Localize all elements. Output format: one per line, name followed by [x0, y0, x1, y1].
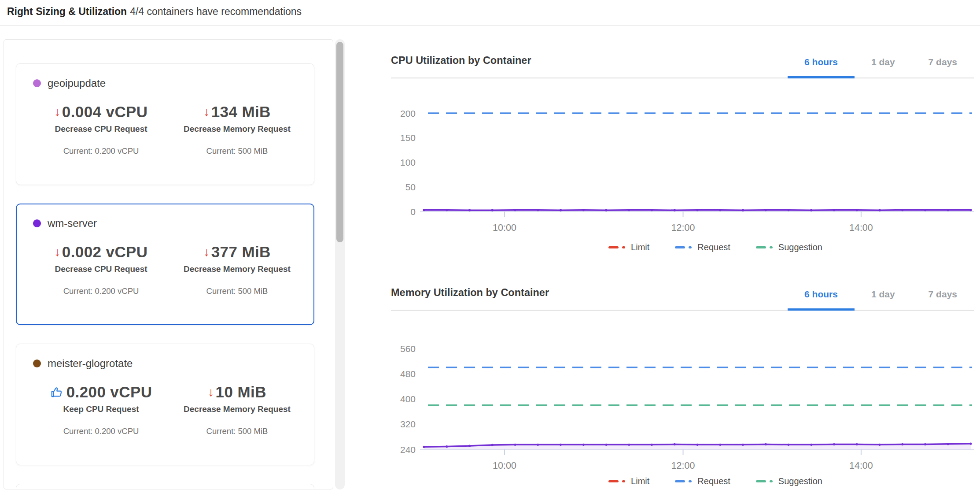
- legend-swatch: [675, 480, 692, 482]
- container-name: wm-server: [48, 217, 97, 230]
- recommendation-metrics: 0.200 vCPU Keep CPU Request Current: 0.2…: [33, 383, 305, 436]
- memory-chart-section: Memory Utilization by Container 6 hours1…: [391, 287, 974, 486]
- cpu-time-range-tabs: 6 hours1 day7 days: [788, 57, 974, 78]
- container-color-dot: [33, 359, 41, 367]
- legend-label: Limit: [631, 476, 649, 486]
- cpu-chart-canvas: 20015010050010:0012:0014:00: [391, 83, 974, 237]
- current-value: Current: 0.200 vCPU: [63, 146, 139, 156]
- container-color-dot: [33, 219, 41, 227]
- page-subtitle: 4/4 containers have recommendations: [130, 6, 302, 17]
- container-card-header: geoipupdate: [33, 77, 305, 89]
- legend-label: Request: [697, 476, 730, 486]
- svg-text:150: 150: [400, 133, 416, 143]
- recommendation-value-row: ↓ 10 MiB: [208, 383, 266, 401]
- legend-swatch: [608, 246, 625, 248]
- recommendation-value: 134 MiB: [211, 103, 271, 121]
- legend-item-suggestion[interactable]: Suggestion: [756, 242, 822, 252]
- tab-1-day[interactable]: 1 day: [855, 57, 912, 78]
- svg-text:560: 560: [400, 344, 416, 354]
- svg-text:10:00: 10:00: [493, 460, 516, 471]
- container-card-partial[interactable]: [16, 484, 314, 489]
- container-card-meister-glogrotate[interactable]: meister-glogrotate 0.200 vCPU Keep CPU R…: [16, 344, 314, 465]
- svg-text:480: 480: [400, 369, 416, 379]
- recommendation-value: 0.200 vCPU: [66, 383, 152, 401]
- container-card-wm-server[interactable]: wm-server ↓ 0.002 vCPU Decrease CPU Requ…: [16, 204, 314, 325]
- recommendation-value-row: ↓ 134 MiB: [203, 103, 270, 121]
- legend-item-request[interactable]: Request: [675, 242, 730, 252]
- svg-text:10:00: 10:00: [493, 222, 516, 233]
- memory-chart-legend: LimitRequestSuggestion: [391, 476, 974, 486]
- svg-text:14:00: 14:00: [849, 222, 873, 233]
- recommendation-label: Keep CPU Request: [63, 404, 139, 414]
- container-list-panel: geoipupdate ↓ 0.004 vCPU Decrease CPU Re…: [4, 39, 333, 489]
- recommendation-label: Decrease CPU Request: [55, 264, 147, 274]
- decrease-arrow-icon: ↓: [203, 106, 210, 118]
- recommendation-value: 0.002 vCPU: [62, 243, 148, 261]
- current-value: Current: 0.200 vCPU: [63, 286, 139, 296]
- svg-text:320: 320: [400, 419, 416, 429]
- memory-recommendation: ↓ 134 MiB Decrease Memory Request Curren…: [169, 103, 305, 156]
- svg-text:0: 0: [410, 207, 416, 217]
- container-color-dot: [33, 79, 41, 87]
- memory-time-range-tabs: 6 hours1 day7 days: [788, 289, 974, 310]
- recommendation-label: Decrease Memory Request: [184, 264, 291, 274]
- memory-recommendation: ↓ 10 MiB Decrease Memory Request Current…: [169, 383, 305, 436]
- thumbs-up-icon: [50, 385, 63, 399]
- container-card-header: wm-server: [33, 217, 305, 230]
- memory-chart-canvas: 56048040032024010:0012:0014:00: [391, 312, 974, 471]
- svg-text:12:00: 12:00: [671, 460, 695, 471]
- memory-recommendation: ↓ 377 MiB Decrease Memory Request Curren…: [169, 243, 305, 296]
- recommendation-label: Decrease CPU Request: [55, 124, 147, 134]
- container-name: geoipupdate: [48, 77, 106, 89]
- legend-label: Suggestion: [778, 476, 822, 486]
- legend-item-suggestion[interactable]: Suggestion: [756, 476, 822, 486]
- legend-swatch: [756, 246, 773, 248]
- recommendation-value-row: 0.200 vCPU: [50, 383, 152, 401]
- container-list-area: geoipupdate ↓ 0.004 vCPU Decrease CPU Re…: [0, 39, 348, 489]
- recommendation-metrics: ↓ 0.004 vCPU Decrease CPU Request Curren…: [33, 103, 305, 156]
- tab-6-hours[interactable]: 6 hours: [788, 57, 855, 78]
- recommendation-value-row: ↓ 377 MiB: [203, 243, 270, 261]
- legend-item-limit[interactable]: Limit: [608, 242, 649, 252]
- tab-1-day[interactable]: 1 day: [855, 289, 912, 310]
- recommendation-value-row: ↓ 0.002 vCPU: [54, 243, 147, 261]
- cpu-chart-header: CPU Utilization by Container 6 hours1 da…: [391, 55, 974, 78]
- svg-text:240: 240: [400, 445, 416, 455]
- recommendation-metrics: ↓ 0.002 vCPU Decrease CPU Request Curren…: [33, 243, 305, 296]
- tab-6-hours[interactable]: 6 hours: [788, 289, 855, 310]
- tab-7-days[interactable]: 7 days: [912, 57, 974, 78]
- memory-chart-header: Memory Utilization by Container 6 hours1…: [391, 287, 974, 311]
- container-card-list: geoipupdate ↓ 0.004 vCPU Decrease CPU Re…: [16, 63, 333, 465]
- legend-label: Request: [697, 242, 730, 252]
- list-scrollbar-thumb[interactable]: [336, 42, 343, 242]
- recommendation-value: 10 MiB: [216, 383, 266, 401]
- recommendation-value: 0.004 vCPU: [62, 103, 148, 121]
- content: geoipupdate ↓ 0.004 vCPU Decrease CPU Re…: [0, 26, 980, 489]
- page-header: Right Sizing & Utilization4/4 containers…: [0, 0, 980, 26]
- current-value: Current: 500 MiB: [206, 426, 268, 436]
- tab-7-days[interactable]: 7 days: [912, 289, 974, 310]
- list-scrollbar-track[interactable]: [335, 39, 345, 489]
- decrease-arrow-icon: ↓: [54, 106, 60, 118]
- svg-text:50: 50: [405, 182, 416, 192]
- container-name: meister-glogrotate: [48, 357, 133, 370]
- legend-swatch: [608, 480, 625, 482]
- current-value: Current: 0.200 vCPU: [63, 426, 139, 436]
- current-value: Current: 500 MiB: [206, 286, 268, 296]
- cpu-chart-section: CPU Utilization by Container 6 hours1 da…: [391, 55, 974, 252]
- cpu-chart-title: CPU Utilization by Container: [391, 55, 531, 78]
- cpu-recommendation: ↓ 0.002 vCPU Decrease CPU Request Curren…: [33, 243, 169, 296]
- decrease-arrow-icon: ↓: [208, 386, 214, 398]
- legend-item-limit[interactable]: Limit: [608, 476, 649, 486]
- cpu-recommendation: ↓ 0.004 vCPU Decrease CPU Request Curren…: [33, 103, 169, 156]
- legend-swatch: [675, 246, 692, 248]
- charts-area: CPU Utilization by Container 6 hours1 da…: [348, 39, 980, 489]
- cpu-chart-legend: LimitRequestSuggestion: [391, 242, 974, 252]
- legend-item-request[interactable]: Request: [675, 476, 730, 486]
- decrease-arrow-icon: ↓: [203, 246, 210, 258]
- recommendation-label: Decrease Memory Request: [184, 124, 291, 134]
- container-card-geoipupdate[interactable]: geoipupdate ↓ 0.004 vCPU Decrease CPU Re…: [16, 63, 314, 185]
- legend-label: Limit: [631, 242, 649, 252]
- recommendation-value-row: ↓ 0.004 vCPU: [54, 103, 147, 121]
- decrease-arrow-icon: ↓: [54, 246, 60, 258]
